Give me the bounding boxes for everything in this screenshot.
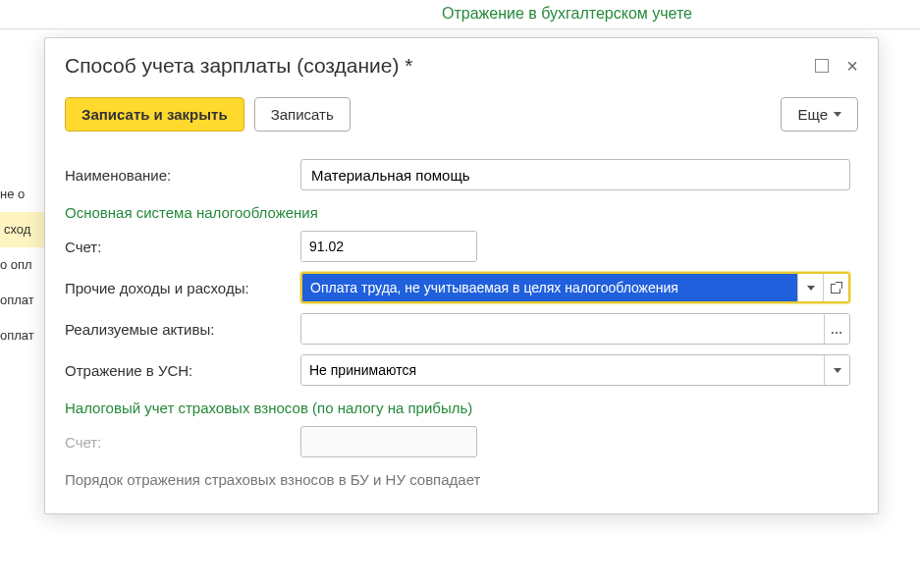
assets-label: Реализуемые активы: <box>65 321 300 338</box>
more-button-label: Еще <box>797 106 828 123</box>
row-assets: Реализуемые активы: … <box>65 313 858 345</box>
background-sidebar: не о сход о опл оплат оплат <box>0 177 44 353</box>
ins-account-label: Счет: <box>65 434 300 451</box>
close-icon[interactable]: × <box>846 59 858 73</box>
sidebar-fragment: не о <box>0 177 44 212</box>
account-combo <box>300 231 477 262</box>
account-label: Счет: <box>65 239 300 255</box>
save-and-close-button[interactable]: Записать и закрыть <box>65 97 244 132</box>
section-main-tax: Основная система налогообложения <box>65 204 858 221</box>
chevron-down-icon <box>834 112 841 117</box>
ins-account-input <box>301 427 477 456</box>
other-income-dropdown-button[interactable] <box>797 274 823 301</box>
note-text: Порядок отражения страховых взносов в БУ… <box>65 471 858 488</box>
dialog-window: Способ учета зарплаты (создание) * × Зап… <box>44 37 879 514</box>
row-ins-account: Счет: <box>65 426 858 457</box>
usn-input[interactable] <box>301 355 824 385</box>
row-usn: Отражение в УСН: <box>65 354 858 386</box>
section-insurance: Налоговый учет страховых взносов (по нал… <box>65 400 858 416</box>
more-button[interactable]: Еще <box>781 97 858 132</box>
name-label: Наименование: <box>65 167 300 184</box>
ins-account-combo <box>300 426 477 457</box>
account-input[interactable] <box>301 232 477 261</box>
other-income-label: Прочие доходы и расходы: <box>65 280 300 296</box>
ellipsis-icon: … <box>831 322 844 337</box>
assets-ellipsis-button[interactable]: … <box>824 314 849 344</box>
assets-input[interactable] <box>301 314 824 344</box>
usn-dropdown-button[interactable] <box>824 355 849 385</box>
toolbar: Записать и закрыть Записать Еще <box>45 89 878 143</box>
background-header: Отражение в бухгалтерском учете <box>0 0 920 29</box>
maximize-icon[interactable] <box>815 59 829 73</box>
sidebar-fragment: о опл <box>0 247 44 283</box>
sidebar-fragment: оплат <box>0 318 44 353</box>
sidebar-fragment: сход <box>0 212 44 247</box>
row-account: Счет: <box>65 231 858 262</box>
row-other-income: Прочие доходы и расходы: <box>65 272 858 303</box>
background-header-link[interactable]: Отражение в бухгалтерском учете <box>442 5 692 23</box>
other-income-input[interactable] <box>302 274 797 301</box>
other-income-combo <box>300 272 850 303</box>
assets-combo: … <box>300 313 850 345</box>
dialog-window-controls: × <box>815 59 858 73</box>
other-income-open-button[interactable] <box>823 274 848 301</box>
row-name: Наименование: <box>65 159 858 190</box>
chevron-down-icon <box>807 286 815 291</box>
save-button[interactable]: Записать <box>254 97 351 132</box>
usn-combo <box>300 354 850 386</box>
form-body: Наименование: Основная система налогообл… <box>45 143 878 513</box>
sidebar-fragment: оплат <box>0 283 44 318</box>
open-external-icon <box>831 283 841 294</box>
dialog-header: Способ учета зарплаты (создание) * × <box>45 38 878 89</box>
name-input[interactable] <box>300 159 850 190</box>
chevron-down-icon <box>834 368 841 373</box>
dialog-title: Способ учета зарплаты (создание) * <box>65 54 815 78</box>
usn-label: Отражение в УСН: <box>65 362 300 379</box>
